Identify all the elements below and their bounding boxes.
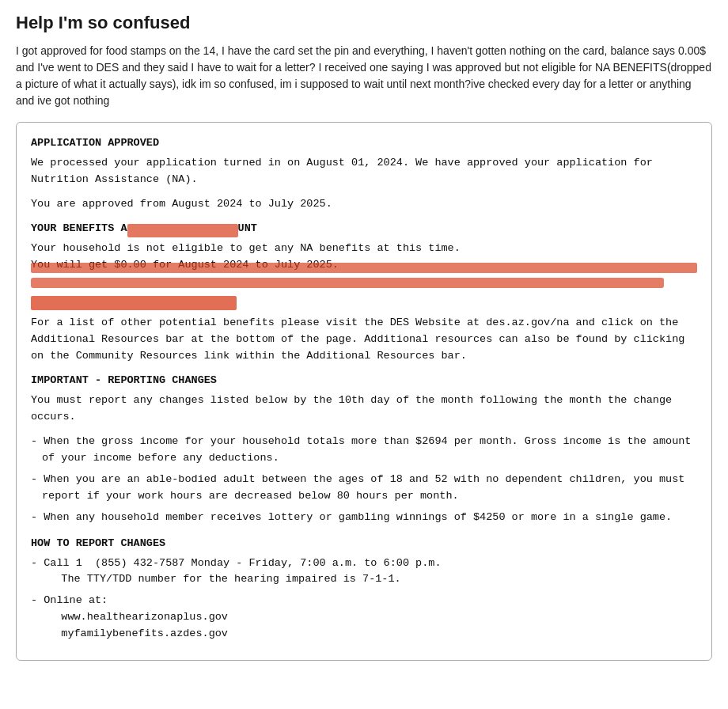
section2-header-redacted — [127, 224, 238, 237]
section2-content: Your household is not eligible to get an… — [31, 241, 697, 274]
section3-para: For a list of other potential benefits p… — [31, 315, 697, 365]
intro-paragraph: I got approved for food stamps on the 14… — [16, 43, 712, 109]
section2-para-line2: You will get $0.00 for August 2024 to Ju… — [31, 257, 697, 274]
section2-header: YOUR BENEFITS A UNT — [31, 221, 697, 237]
red-bottom-bar — [31, 278, 664, 288]
section4-intro: You must report any changes listed below… — [31, 392, 697, 426]
section1-para1: We processed your application turned in … — [31, 155, 697, 188]
list-item-online: Online at: www.healthearizonaplus.gov my… — [31, 593, 697, 643]
list-item: When the gross income for your household… — [31, 434, 697, 467]
section3-header-area — [31, 296, 697, 310]
section3-header-redacted — [31, 296, 237, 310]
letter-document: APPLICATION APPROVED We processed your a… — [16, 122, 712, 661]
page-title: Help I'm so confused — [16, 13, 712, 33]
section2-para-line1: Your household is not eligible to get an… — [31, 241, 697, 257]
section2-header-text-unt: UNT — [238, 222, 257, 234]
section5-header: HOW TO REPORT CHANGES — [31, 536, 697, 552]
section4-header: IMPORTANT - REPORTING CHANGES — [31, 373, 697, 389]
list-item: When you are an able-bodied adult betwee… — [31, 472, 697, 505]
list-item-phone: Call 1 (855) 432-7587 Monday - Friday, 7… — [31, 555, 697, 589]
section5-list: Call 1 (855) 432-7587 Monday - Friday, 7… — [31, 555, 697, 643]
section1-para2: You are approved from August 2024 to Jul… — [31, 196, 697, 213]
section1-header: APPLICATION APPROVED — [31, 135, 697, 152]
section2-header-text-visible: YOUR BENEFITS A — [31, 222, 127, 234]
list-item: When any household member receives lotte… — [31, 510, 697, 526]
section4-list: When the gross income for your household… — [31, 434, 697, 526]
